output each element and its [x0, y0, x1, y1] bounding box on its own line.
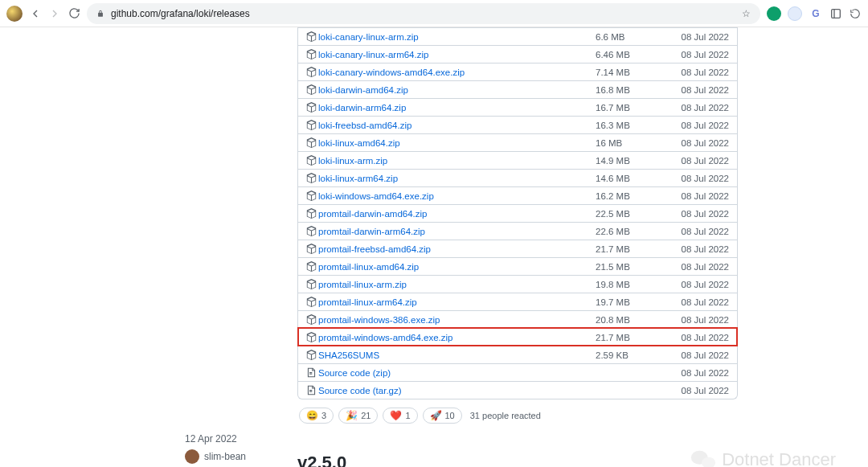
asset-size: 16.3 MB	[596, 121, 668, 130]
author-name: slim-bean	[204, 451, 246, 462]
asset-date: 08 Jul 2022	[668, 50, 729, 59]
asset-row: promtail-windows-386.exe.zip20.8 MB08 Ju…	[298, 310, 737, 328]
asset-size: 21.7 MB	[596, 244, 668, 254]
asset-link[interactable]: promtail-linux-arm64.zip	[318, 297, 417, 307]
asset-size: 16 MB	[596, 138, 668, 148]
asset-link[interactable]: promtail-darwin-arm64.zip	[318, 227, 425, 236]
asset-link[interactable]: promtail-darwin-amd64.zip	[318, 209, 428, 219]
reaction-pill[interactable]: 🚀10	[423, 408, 462, 424]
asset-link[interactable]: SHA256SUMS	[318, 350, 379, 360]
asset-size: 20.8 MB	[596, 315, 668, 325]
asset-size: 21.5 MB	[596, 262, 668, 272]
asset-size: 22.5 MB	[596, 209, 668, 219]
address-bar[interactable]: github.com/grafana/loki/releases ☆	[87, 3, 760, 24]
asset-link[interactable]: loki-linux-arm.zip	[318, 156, 387, 166]
asset-date: 08 Jul 2022	[668, 85, 729, 95]
back-button[interactable]	[29, 7, 42, 20]
asset-row: Source code (tar.gz)08 Jul 2022	[298, 381, 737, 399]
asset-date: 08 Jul 2022	[668, 280, 729, 289]
asset-link[interactable]: loki-canary-linux-arm64.zip	[318, 50, 428, 59]
asset-size: 19.7 MB	[596, 297, 668, 307]
reaction-count: 10	[445, 411, 455, 420]
asset-date: 08 Jul 2022	[668, 68, 729, 77]
extension-g-icon[interactable]: G	[809, 6, 823, 21]
reading-list-icon[interactable]	[829, 7, 842, 20]
asset-size: 6.46 MB	[596, 50, 668, 59]
asset-date: 08 Jul 2022	[668, 103, 729, 113]
asset-link[interactable]: loki-windows-amd64.exe.zip	[318, 191, 434, 201]
reaction-emoji-icon: 🚀	[430, 410, 442, 421]
asset-date: 08 Jul 2022	[668, 156, 729, 166]
asset-row: loki-canary-linux-arm64.zip6.46 MB08 Jul…	[298, 45, 737, 63]
asset-link[interactable]: promtail-freebsd-amd64.zip	[318, 244, 431, 254]
watermark: Dotnet Dancer	[690, 446, 836, 467]
asset-row: loki-windows-amd64.exe.zip16.2 MB08 Jul …	[298, 186, 737, 204]
asset-size: 16.2 MB	[596, 191, 668, 201]
asset-date: 08 Jul 2022	[668, 174, 729, 183]
reaction-count: 1	[405, 411, 410, 420]
asset-size: 14.6 MB	[596, 174, 668, 183]
asset-size: 2.59 KB	[596, 350, 668, 360]
browser-toolbar: github.com/grafana/loki/releases ☆ G	[0, 0, 868, 27]
asset-size: 6.6 MB	[596, 32, 668, 42]
profile-avatar-icon[interactable]	[6, 6, 23, 22]
wechat-icon	[690, 446, 717, 467]
asset-link[interactable]: loki-linux-amd64.zip	[318, 138, 400, 148]
reaction-pill[interactable]: 🎉21	[338, 408, 378, 424]
reaction-pill[interactable]: 😄3	[299, 408, 334, 424]
asset-row: loki-darwin-amd64.zip16.8 MB08 Jul 2022	[298, 80, 737, 98]
asset-row: promtail-freebsd-amd64.zip21.7 MB08 Jul …	[298, 240, 737, 257]
assets-list: loki-canary-linux-arm.zip6.6 MB08 Jul 20…	[297, 27, 738, 399]
watermark-text: Dotnet Dancer	[722, 449, 836, 467]
release-version-heading: v2.5.0	[297, 453, 738, 467]
asset-row: promtail-darwin-arm64.zip22.6 MB08 Jul 2…	[298, 222, 737, 240]
forward-button[interactable]	[48, 7, 61, 20]
asset-row: loki-linux-arm.zip14.9 MB08 Jul 2022	[298, 151, 737, 169]
asset-row: loki-linux-amd64.zip16 MB08 Jul 2022	[298, 133, 737, 151]
asset-date: 08 Jul 2022	[668, 138, 729, 148]
reaction-count: 21	[361, 411, 371, 420]
reaction-emoji-icon: ❤️	[390, 410, 402, 421]
asset-row: loki-darwin-arm64.zip16.7 MB08 Jul 2022	[298, 98, 737, 116]
asset-date: 08 Jul 2022	[668, 315, 729, 325]
asset-size: 19.8 MB	[596, 280, 668, 289]
asset-link[interactable]: loki-linux-arm64.zip	[318, 174, 398, 183]
asset-date: 08 Jul 2022	[668, 386, 729, 395]
asset-date: 08 Jul 2022	[668, 209, 729, 219]
asset-link[interactable]: promtail-windows-386.exe.zip	[318, 315, 440, 325]
extension-blue-icon[interactable]	[788, 6, 802, 21]
asset-date: 08 Jul 2022	[668, 333, 729, 342]
asset-date: 08 Jul 2022	[668, 262, 729, 272]
asset-date: 08 Jul 2022	[668, 368, 729, 378]
asset-link[interactable]: Source code (tar.gz)	[318, 386, 402, 395]
asset-size: 16.7 MB	[596, 103, 668, 113]
asset-link[interactable]: promtail-linux-amd64.zip	[318, 262, 419, 272]
reload-button[interactable]	[68, 7, 80, 20]
asset-link[interactable]: loki-freebsd-amd64.zip	[318, 121, 411, 130]
asset-size: 22.6 MB	[596, 227, 668, 236]
asset-size: 21.7 MB	[596, 333, 668, 342]
asset-link[interactable]: loki-canary-linux-arm.zip	[318, 32, 419, 42]
asset-link[interactable]: loki-canary-windows-amd64.exe.zip	[318, 68, 465, 77]
bookmark-star-icon[interactable]: ☆	[742, 8, 751, 19]
asset-link[interactable]: promtail-windows-amd64.exe.zip	[318, 333, 452, 342]
asset-size: 7.14 MB	[596, 68, 668, 77]
release-author[interactable]: slim-bean	[185, 449, 289, 464]
asset-date: 08 Jul 2022	[668, 297, 729, 307]
asset-date: 08 Jul 2022	[668, 191, 729, 201]
release-date: 12 Apr 2022	[185, 433, 289, 444]
reaction-pill[interactable]: ❤️1	[383, 408, 417, 424]
asset-link[interactable]: promtail-linux-arm.zip	[318, 280, 407, 289]
extension-green-icon[interactable]	[767, 6, 781, 21]
asset-link[interactable]: Source code (zip)	[318, 368, 391, 378]
asset-size: 16.8 MB	[596, 85, 668, 95]
restore-icon[interactable]	[849, 7, 862, 20]
asset-link[interactable]: loki-darwin-arm64.zip	[318, 103, 406, 113]
asset-row: SHA256SUMS2.59 KB08 Jul 2022	[298, 346, 737, 363]
reaction-emoji-icon: 🎉	[346, 410, 358, 421]
asset-link[interactable]: loki-darwin-amd64.zip	[318, 85, 408, 95]
asset-row: loki-canary-windows-amd64.exe.zip7.14 MB…	[298, 63, 737, 80]
asset-date: 08 Jul 2022	[668, 244, 729, 254]
author-avatar-icon	[185, 449, 199, 464]
reaction-count: 3	[321, 411, 326, 420]
